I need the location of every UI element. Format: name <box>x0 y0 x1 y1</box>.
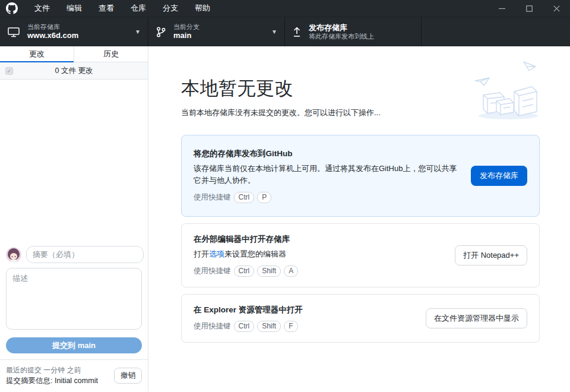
editor-desc-post: 来设置您的编辑器 <box>224 249 286 258</box>
open-editor-card: 在外部编辑器中打开存储库 打开选项来设置您的编辑器 使用快捷键 Ctrl Shi… <box>181 223 540 287</box>
menu-branch[interactable]: 分支 <box>154 0 186 17</box>
sidebar: 更改 历史 ✓ 0 文件 更改 <box>0 46 148 391</box>
changed-files-header: ✓ 0 文件 更改 <box>0 62 148 80</box>
commit-button-prefix: 提交到 <box>52 341 78 350</box>
current-branch-dropdown[interactable]: 当前分支 main ▼ <box>148 17 285 46</box>
open-explorer-card: 在 Explorer 资源管理器中打开 使用快捷键 Ctrl Shift F 在… <box>181 294 540 343</box>
recent-commit-time: 最近的提交 一分钟 之前 <box>6 365 114 375</box>
sidebar-tabs: 更改 历史 <box>0 46 148 62</box>
main-panel: 本地暂无更改 当前本地存储库没有未提交的更改。您可以进行以下操作... 将您的存… <box>148 46 570 391</box>
key-a: A <box>284 265 298 277</box>
editor-card-shortcut: 使用快捷键 Ctrl Shift A <box>194 265 446 277</box>
show-in-explorer-button[interactable]: 在文件资源管理器中显示 <box>426 308 527 328</box>
window-controls <box>488 0 570 17</box>
key-p: P <box>257 192 271 203</box>
git-branch-icon <box>156 26 166 38</box>
undo-button[interactable]: 撤销 <box>114 368 142 384</box>
key-f: F <box>284 321 297 332</box>
empty-state-illustration <box>470 57 543 124</box>
undo-commit-bar: 最近的提交 一分钟 之前 提交摘要信息: Initial commit 撤销 <box>0 359 148 391</box>
tab-history[interactable]: 历史 <box>74 46 148 62</box>
repository-name: www.x6d.com <box>27 31 131 40</box>
publish-repository-toolbar-button[interactable]: 发布存储库 将此存储库发布到线上 <box>285 17 422 46</box>
shortcut-label: 使用快捷键 <box>194 192 231 203</box>
repository-text: 当前存储库 www.x6d.com <box>27 23 131 41</box>
key-shift: Shift <box>257 321 281 332</box>
commit-summary-input[interactable] <box>26 246 144 263</box>
current-repository-dropdown[interactable]: 当前存储库 www.x6d.com ▼ <box>0 17 148 46</box>
chevron-down-icon: ▼ <box>271 29 277 35</box>
commit-summary-label: 提交摘要信息: <box>6 377 52 385</box>
close-icon[interactable] <box>543 0 570 17</box>
key-ctrl: Ctrl <box>234 265 255 277</box>
explorer-card-title: 在 Explorer 资源管理器中打开 <box>194 305 417 315</box>
monitor-icon <box>7 26 20 38</box>
commit-to-branch-button[interactable]: 提交到 main <box>6 337 142 353</box>
publish-card-title: 将您的存储库发布到GitHub <box>194 148 463 159</box>
toolbar: 当前存储库 www.x6d.com ▼ 当前分支 main ▼ 发布存储库 将此… <box>0 17 570 46</box>
editor-card-description: 打开选项来设置您的编辑器 <box>194 248 446 260</box>
shortcut-label: 使用快捷键 <box>194 266 231 276</box>
options-link[interactable]: 选项 <box>209 249 224 258</box>
publish-title: 发布存储库 <box>309 23 414 33</box>
menu-file[interactable]: 文件 <box>26 0 58 17</box>
key-ctrl: Ctrl <box>234 192 255 203</box>
changed-file-list <box>0 80 148 241</box>
publish-text: 发布存储库 将此存储库发布到线上 <box>309 23 414 41</box>
branch-label: 当前分支 <box>173 23 268 31</box>
menu-repository[interactable]: 仓库 <box>122 0 154 17</box>
files-changed-count: 0 文件 更改 <box>13 66 135 76</box>
chevron-down-icon: ▼ <box>135 29 141 35</box>
tab-changes[interactable]: 更改 <box>0 46 74 62</box>
commit-form: 提交到 main <box>0 241 148 359</box>
avatar <box>6 247 21 263</box>
maximize-icon[interactable] <box>515 0 543 17</box>
menu-edit[interactable]: 编辑 <box>58 0 90 17</box>
publish-repository-button[interactable]: 发布存储库 <box>471 166 527 186</box>
select-all-checkbox[interactable]: ✓ <box>5 67 13 75</box>
key-ctrl: Ctrl <box>234 321 255 332</box>
publish-card-description: 该存储库当前仅在本地计算机上可用。通过将其发布在GitHub上，您可以共享它并与… <box>194 163 463 186</box>
publish-card: 将您的存储库发布到GitHub 该存储库当前仅在本地计算机上可用。通过将其发布在… <box>181 135 540 217</box>
minimize-icon[interactable] <box>488 0 515 17</box>
menu-help[interactable]: 帮助 <box>186 0 218 17</box>
menu-view[interactable]: 查看 <box>90 0 122 17</box>
commit-button-branch: main <box>78 341 96 350</box>
editor-card-title: 在外部编辑器中打开存储库 <box>194 234 446 245</box>
key-shift: Shift <box>257 265 281 277</box>
titlebar: 文件 编辑 查看 仓库 分支 帮助 <box>0 0 570 17</box>
shortcut-label: 使用快捷键 <box>194 321 231 331</box>
open-notepad-button[interactable]: 打开 Notepad++ <box>455 245 527 265</box>
editor-desc-pre: 打开 <box>194 249 209 258</box>
github-logo-icon <box>6 2 18 14</box>
upload-icon <box>292 27 302 37</box>
branch-name: main <box>173 31 268 40</box>
commit-description-input[interactable] <box>6 268 142 330</box>
publish-subtitle: 将此存储库发布到线上 <box>309 33 414 41</box>
branch-text: 当前分支 main <box>173 23 268 41</box>
menubar: 文件 编辑 查看 仓库 分支 帮助 <box>26 0 218 17</box>
publish-card-shortcut: 使用快捷键 Ctrl P <box>194 192 463 203</box>
explorer-card-shortcut: 使用快捷键 Ctrl Shift F <box>194 321 417 332</box>
commit-summary-value: Initial commit <box>55 377 98 385</box>
repository-label: 当前存储库 <box>27 23 131 31</box>
